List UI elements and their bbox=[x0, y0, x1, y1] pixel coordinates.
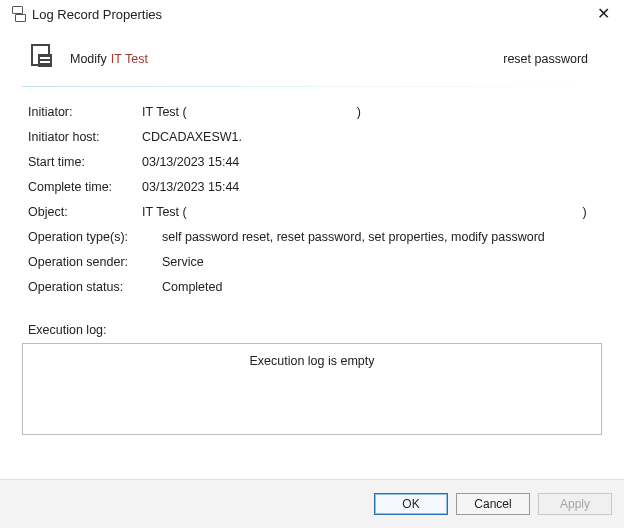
operation-types-value: self password reset, reset password, set… bbox=[162, 230, 596, 244]
execution-log-empty-text: Execution log is empty bbox=[249, 354, 374, 368]
close-icon[interactable]: ✕ bbox=[593, 6, 614, 22]
apply-button[interactable]: Apply bbox=[538, 493, 612, 515]
button-bar: OK Cancel Apply bbox=[0, 479, 624, 528]
complete-time-label: Complete time: bbox=[28, 180, 136, 194]
initiator-host-value: CDCADAXESW1. bbox=[142, 130, 596, 144]
document-stack-icon bbox=[28, 46, 56, 72]
header-divider bbox=[22, 86, 602, 87]
window-icon bbox=[10, 7, 26, 21]
header-right-action: reset password bbox=[503, 52, 588, 66]
operation-sender-value: Service bbox=[162, 255, 596, 269]
object-label: Object: bbox=[28, 205, 136, 219]
field-operation-status: Operation status: Completed bbox=[28, 280, 596, 294]
operation-status-label: Operation status: bbox=[28, 280, 156, 294]
initiator-value: IT Test ( ) bbox=[142, 105, 596, 119]
fields-area: Initiator: IT Test ( ) Initiator host: C… bbox=[0, 105, 624, 294]
header-action-word: Modify bbox=[70, 52, 107, 66]
execution-log-label: Execution log: bbox=[0, 305, 624, 343]
window-title: Log Record Properties bbox=[32, 7, 593, 22]
initiator-host-label: Initiator host: bbox=[28, 130, 136, 144]
header-target: IT Test bbox=[111, 52, 148, 66]
field-start-time: Start time: 03/13/2023 15:44 bbox=[28, 155, 596, 169]
execution-log-box[interactable]: Execution log is empty bbox=[22, 343, 602, 435]
field-initiator-host: Initiator host: CDCADAXESW1. bbox=[28, 130, 596, 144]
field-operation-sender: Operation sender: Service bbox=[28, 255, 596, 269]
object-value: IT Test ( ) bbox=[142, 205, 596, 219]
field-complete-time: Complete time: 03/13/2023 15:44 bbox=[28, 180, 596, 194]
start-time-label: Start time: bbox=[28, 155, 136, 169]
record-header: Modify IT Test reset password bbox=[0, 26, 624, 86]
field-operation-types: Operation type(s): self password reset, … bbox=[28, 230, 596, 244]
operation-sender-label: Operation sender: bbox=[28, 255, 156, 269]
field-object: Object: IT Test ( ) bbox=[28, 205, 596, 219]
start-time-value: 03/13/2023 15:44 bbox=[142, 155, 596, 169]
ok-button[interactable]: OK bbox=[374, 493, 448, 515]
field-initiator: Initiator: IT Test ( ) bbox=[28, 105, 596, 119]
cancel-button[interactable]: Cancel bbox=[456, 493, 530, 515]
complete-time-value: 03/13/2023 15:44 bbox=[142, 180, 596, 194]
operation-types-label: Operation type(s): bbox=[28, 230, 156, 244]
title-bar: Log Record Properties ✕ bbox=[0, 0, 624, 26]
initiator-label: Initiator: bbox=[28, 105, 136, 119]
operation-status-value: Completed bbox=[162, 280, 596, 294]
